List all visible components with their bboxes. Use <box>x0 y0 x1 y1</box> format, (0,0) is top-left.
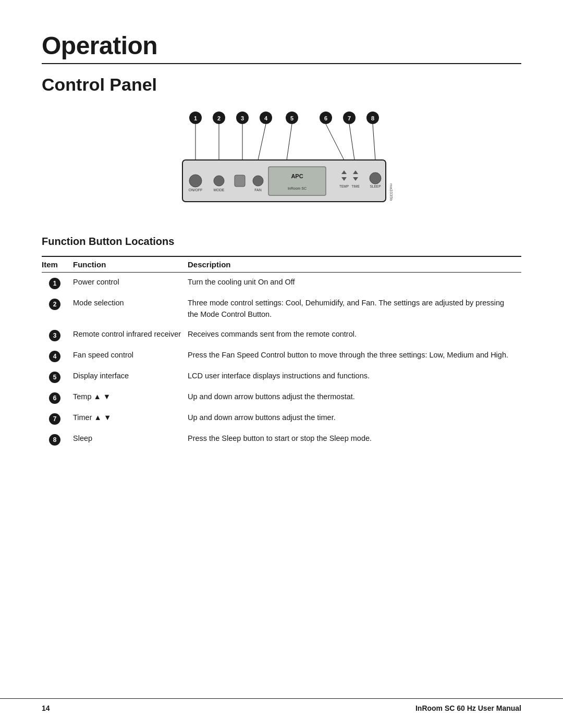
col-function: Function <box>73 256 188 273</box>
col-item: Item <box>42 256 73 273</box>
table-cell-function: Sleep <box>73 429 188 450</box>
svg-point-25 <box>189 175 202 187</box>
svg-line-20 <box>287 124 292 160</box>
table-row: 2Mode selectionThree mode control settin… <box>42 293 521 325</box>
svg-line-23 <box>373 124 375 160</box>
table-cell-function: Mode selection <box>73 293 188 325</box>
table-cell-description: Three mode control settings: Cool, Dehum… <box>188 293 521 325</box>
svg-text:TEMP: TEMP <box>339 184 349 188</box>
table-row: 5Display interfaceLCD user interface dis… <box>42 366 521 387</box>
section-title: Control Panel <box>42 75 521 95</box>
item-number-circle: 3 <box>49 330 60 341</box>
footer-doc-title: InRoom SC 60 Hz User Manual <box>415 704 521 712</box>
item-number-circle: 7 <box>49 413 60 425</box>
svg-text:7: 7 <box>348 115 351 121</box>
svg-line-21 <box>326 124 344 160</box>
page-title: Operation <box>42 31 521 60</box>
svg-text:SLEEP: SLEEP <box>370 184 381 188</box>
table-cell-description: LCD user interface displays instructions… <box>188 366 521 387</box>
svg-text:InRoom SC: InRoom SC <box>288 187 307 190</box>
diagram-svg: 1 2 3 4 5 6 7 8 <box>167 110 396 215</box>
svg-rect-32 <box>268 167 326 195</box>
svg-line-19 <box>258 124 266 160</box>
control-panel-diagram: 1 2 3 4 5 6 7 8 <box>42 110 521 215</box>
footer-page-number: 14 <box>42 704 50 712</box>
svg-text:ON/OFF: ON/OFF <box>189 188 202 192</box>
table-cell-description: Receives commands sent from the remote c… <box>188 325 521 346</box>
svg-text:6: 6 <box>324 115 327 121</box>
svg-point-27 <box>214 176 224 186</box>
table-cell-item: 6 <box>42 387 73 408</box>
table-cell-item: 5 <box>42 366 73 387</box>
col-description: Description <box>188 256 521 273</box>
page-footer: 14 InRoom SC 60 Hz User Manual <box>0 698 563 712</box>
svg-text:TIME: TIME <box>351 184 360 188</box>
svg-text:5: 5 <box>290 115 293 121</box>
item-number-circle: 8 <box>49 434 60 446</box>
item-number-circle: 4 <box>49 351 60 362</box>
table-cell-description: Up and down arrow buttons adjust the tim… <box>188 408 521 429</box>
svg-text:2: 2 <box>217 115 221 121</box>
table-cell-function: Timer ▲ ▼ <box>73 408 188 429</box>
svg-text:4: 4 <box>264 115 268 121</box>
table-row: 3Remote control infrared receiverReceive… <box>42 325 521 346</box>
svg-text:FAN: FAN <box>254 188 262 192</box>
table-row: 6Temp ▲ ▼Up and down arrow buttons adjus… <box>42 387 521 408</box>
table-row: 8SleepPress the Sleep button to start or… <box>42 429 521 450</box>
svg-rect-29 <box>235 175 245 187</box>
table-cell-item: 3 <box>42 325 73 346</box>
table-cell-function: Power control <box>73 273 188 294</box>
table-cell-description: Up and down arrow buttons adjust the the… <box>188 387 521 408</box>
page-content: Operation Control Panel 1 2 3 4 5 6 <box>0 0 563 512</box>
svg-text:3: 3 <box>241 115 244 121</box>
svg-text:APC: APC <box>291 173 303 179</box>
svg-point-30 <box>253 176 263 186</box>
svg-text:ma3335b: ma3335b <box>389 183 394 201</box>
table-cell-description: Press the Sleep button to start or stop … <box>188 429 521 450</box>
title-divider <box>42 63 521 64</box>
table-cell-function: Fan speed control <box>73 346 188 366</box>
table-row: 4Fan speed controlPress the Fan Speed Co… <box>42 346 521 366</box>
table-cell-description: Press the Fan Speed Control button to mo… <box>188 346 521 366</box>
table-cell-function: Temp ▲ ▼ <box>73 387 188 408</box>
subsection-title: Function Button Locations <box>42 236 521 248</box>
table-cell-item: 2 <box>42 293 73 325</box>
table-cell-item: 4 <box>42 346 73 366</box>
table-header-row: Item Function Description <box>42 256 521 273</box>
table-cell-item: 7 <box>42 408 73 429</box>
table-row: 7Timer ▲ ▼Up and down arrow buttons adju… <box>42 408 521 429</box>
table-cell-function: Display interface <box>73 366 188 387</box>
table-cell-item: 1 <box>42 273 73 294</box>
item-number-circle: 2 <box>49 299 60 310</box>
svg-line-22 <box>349 124 354 160</box>
table-cell-item: 8 <box>42 429 73 450</box>
item-number-circle: 5 <box>49 372 60 383</box>
svg-text:8: 8 <box>371 115 374 121</box>
function-table: Item Function Description 1Power control… <box>42 256 521 450</box>
svg-point-41 <box>370 172 381 184</box>
svg-text:MODE: MODE <box>214 188 225 192</box>
table-cell-function: Remote control infrared receiver <box>73 325 188 346</box>
item-number-circle: 1 <box>49 278 60 289</box>
table-row: 1Power controlTurn the cooling unit On a… <box>42 273 521 294</box>
table-cell-description: Turn the cooling unit On and Off <box>188 273 521 294</box>
item-number-circle: 6 <box>49 392 60 404</box>
svg-text:1: 1 <box>194 115 197 121</box>
